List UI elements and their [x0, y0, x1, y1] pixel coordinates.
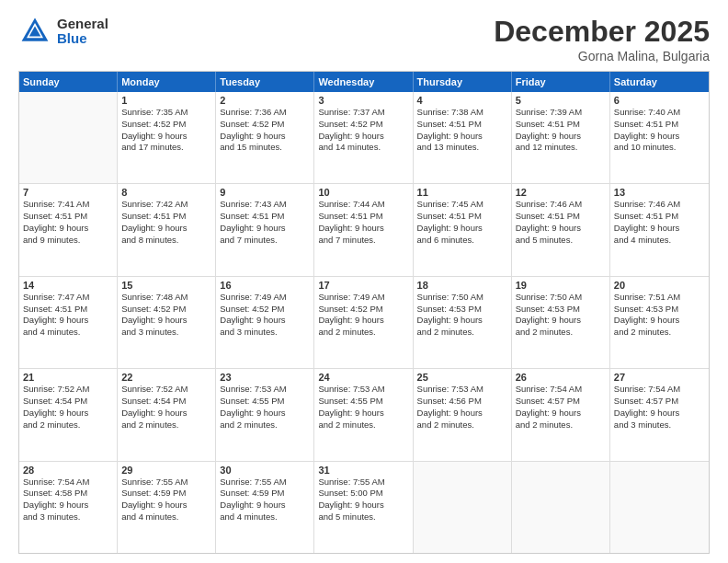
calendar-cell: 11Sunrise: 7:45 AMSunset: 4:51 PMDayligh…: [414, 184, 512, 275]
day-number: 16: [220, 280, 310, 291]
calendar: SundayMondayTuesdayWednesdayThursdayFrid…: [18, 71, 710, 554]
day-info: Sunrise: 7:39 AMSunset: 4:51 PMDaylight:…: [516, 107, 606, 154]
day-number: 31: [318, 465, 408, 476]
day-info: Sunrise: 7:55 AMSunset: 4:59 PMDaylight:…: [121, 477, 211, 523]
calendar-cell: 9Sunrise: 7:43 AMSunset: 4:51 PMDaylight…: [216, 184, 314, 275]
calendar-cell: 4Sunrise: 7:38 AMSunset: 4:51 PMDaylight…: [414, 92, 512, 183]
location-subtitle: Gorna Malina, Bulgaria: [494, 49, 710, 63]
day-info: Sunrise: 7:48 AMSunset: 4:52 PMDaylight:…: [121, 292, 211, 339]
day-number: 28: [23, 465, 113, 476]
logo: General Blue: [18, 15, 108, 48]
day-number: 22: [121, 372, 211, 383]
day-number: 24: [318, 372, 408, 383]
calendar-cell: 23Sunrise: 7:53 AMSunset: 4:55 PMDayligh…: [216, 369, 314, 460]
calendar-row-2: 14Sunrise: 7:47 AMSunset: 4:51 PMDayligh…: [19, 276, 709, 368]
day-number: 20: [614, 280, 705, 291]
day-info: Sunrise: 7:46 AMSunset: 4:51 PMDaylight:…: [516, 199, 606, 246]
day-info: Sunrise: 7:47 AMSunset: 4:51 PMDaylight:…: [23, 292, 113, 339]
calendar-cell: [610, 462, 709, 553]
day-number: 11: [417, 187, 507, 198]
day-number: 23: [220, 372, 310, 383]
header-cell-saturday: Saturday: [610, 72, 709, 92]
header-cell-friday: Friday: [512, 72, 610, 92]
logo-blue-text: Blue: [57, 31, 108, 47]
calendar-cell: 24Sunrise: 7:53 AMSunset: 4:55 PMDayligh…: [314, 369, 413, 460]
calendar-row-4: 28Sunrise: 7:54 AMSunset: 4:58 PMDayligh…: [19, 461, 709, 553]
day-info: Sunrise: 7:37 AMSunset: 4:52 PMDaylight:…: [318, 107, 408, 154]
header-cell-thursday: Thursday: [414, 72, 512, 92]
day-info: Sunrise: 7:53 AMSunset: 4:55 PMDaylight:…: [220, 384, 310, 431]
day-info: Sunrise: 7:43 AMSunset: 4:51 PMDaylight:…: [220, 199, 310, 246]
day-number: 3: [318, 95, 408, 106]
day-info: Sunrise: 7:53 AMSunset: 4:55 PMDaylight:…: [318, 384, 408, 431]
day-number: 19: [516, 280, 606, 291]
day-info: Sunrise: 7:54 AMSunset: 4:58 PMDaylight:…: [23, 477, 113, 523]
calendar-cell: 27Sunrise: 7:54 AMSunset: 4:57 PMDayligh…: [610, 369, 709, 460]
day-info: Sunrise: 7:52 AMSunset: 4:54 PMDaylight:…: [23, 384, 113, 431]
day-info: Sunrise: 7:50 AMSunset: 4:53 PMDaylight:…: [516, 292, 606, 339]
day-info: Sunrise: 7:52 AMSunset: 4:54 PMDaylight:…: [121, 384, 211, 431]
calendar-cell: 10Sunrise: 7:44 AMSunset: 4:51 PMDayligh…: [314, 184, 413, 275]
calendar-cell: 21Sunrise: 7:52 AMSunset: 4:54 PMDayligh…: [19, 369, 118, 460]
calendar-cell: 20Sunrise: 7:51 AMSunset: 4:53 PMDayligh…: [610, 277, 709, 368]
calendar-cell: 18Sunrise: 7:50 AMSunset: 4:53 PMDayligh…: [414, 277, 512, 368]
header-cell-sunday: Sunday: [19, 72, 118, 92]
day-number: 7: [23, 187, 113, 198]
calendar-cell: 12Sunrise: 7:46 AMSunset: 4:51 PMDayligh…: [512, 184, 610, 275]
top-section: General Blue December 2025 Gorna Malina,…: [18, 15, 710, 63]
month-title: December 2025: [494, 15, 710, 49]
calendar-cell: 16Sunrise: 7:49 AMSunset: 4:52 PMDayligh…: [216, 277, 314, 368]
calendar-cell: 31Sunrise: 7:55 AMSunset: 5:00 PMDayligh…: [314, 462, 413, 553]
calendar-body: 1Sunrise: 7:35 AMSunset: 4:52 PMDaylight…: [19, 92, 709, 553]
day-info: Sunrise: 7:44 AMSunset: 4:51 PMDaylight:…: [318, 199, 408, 246]
day-info: Sunrise: 7:38 AMSunset: 4:51 PMDaylight:…: [417, 107, 507, 154]
logo-text: General Blue: [57, 17, 108, 47]
day-info: Sunrise: 7:55 AMSunset: 5:00 PMDaylight:…: [318, 477, 408, 523]
day-info: Sunrise: 7:40 AMSunset: 4:51 PMDaylight:…: [614, 107, 705, 154]
day-info: Sunrise: 7:51 AMSunset: 4:53 PMDaylight:…: [614, 292, 705, 339]
day-number: 14: [23, 280, 113, 291]
header-cell-monday: Monday: [118, 72, 216, 92]
title-section: December 2025 Gorna Malina, Bulgaria: [494, 15, 710, 63]
day-info: Sunrise: 7:49 AMSunset: 4:52 PMDaylight:…: [318, 292, 408, 339]
calendar-cell: 13Sunrise: 7:46 AMSunset: 4:51 PMDayligh…: [610, 184, 709, 275]
calendar-cell: 29Sunrise: 7:55 AMSunset: 4:59 PMDayligh…: [118, 462, 216, 553]
calendar-cell: [414, 462, 512, 553]
calendar-cell: 25Sunrise: 7:53 AMSunset: 4:56 PMDayligh…: [414, 369, 512, 460]
calendar-header: SundayMondayTuesdayWednesdayThursdayFrid…: [19, 72, 709, 92]
calendar-cell: 5Sunrise: 7:39 AMSunset: 4:51 PMDaylight…: [512, 92, 610, 183]
calendar-cell: 8Sunrise: 7:42 AMSunset: 4:51 PMDaylight…: [118, 184, 216, 275]
calendar-cell: 28Sunrise: 7:54 AMSunset: 4:58 PMDayligh…: [19, 462, 118, 553]
day-number: 9: [220, 187, 310, 198]
day-number: 18: [417, 280, 507, 291]
day-info: Sunrise: 7:53 AMSunset: 4:56 PMDaylight:…: [417, 384, 507, 431]
day-number: 1: [121, 95, 211, 106]
day-info: Sunrise: 7:35 AMSunset: 4:52 PMDaylight:…: [121, 107, 211, 154]
calendar-cell: 2Sunrise: 7:36 AMSunset: 4:52 PMDaylight…: [216, 92, 314, 183]
day-info: Sunrise: 7:36 AMSunset: 4:52 PMDaylight:…: [220, 107, 310, 154]
day-number: 29: [121, 465, 211, 476]
day-number: 6: [614, 95, 705, 106]
day-number: 26: [516, 372, 606, 383]
day-number: 4: [417, 95, 507, 106]
calendar-row-0: 1Sunrise: 7:35 AMSunset: 4:52 PMDaylight…: [19, 92, 709, 183]
header-cell-tuesday: Tuesday: [216, 72, 314, 92]
day-info: Sunrise: 7:50 AMSunset: 4:53 PMDaylight:…: [417, 292, 507, 339]
day-number: 21: [23, 372, 113, 383]
calendar-cell: 19Sunrise: 7:50 AMSunset: 4:53 PMDayligh…: [512, 277, 610, 368]
day-number: 12: [516, 187, 606, 198]
day-info: Sunrise: 7:54 AMSunset: 4:57 PMDaylight:…: [516, 384, 606, 431]
logo-icon: [18, 15, 51, 48]
calendar-cell: 3Sunrise: 7:37 AMSunset: 4:52 PMDaylight…: [314, 92, 413, 183]
header-cell-wednesday: Wednesday: [314, 72, 413, 92]
calendar-cell: [19, 92, 118, 183]
day-info: Sunrise: 7:41 AMSunset: 4:51 PMDaylight:…: [23, 199, 113, 246]
calendar-row-3: 21Sunrise: 7:52 AMSunset: 4:54 PMDayligh…: [19, 368, 709, 460]
day-number: 30: [220, 465, 310, 476]
day-info: Sunrise: 7:55 AMSunset: 4:59 PMDaylight:…: [220, 477, 310, 523]
calendar-cell: 7Sunrise: 7:41 AMSunset: 4:51 PMDaylight…: [19, 184, 118, 275]
day-number: 17: [318, 280, 408, 291]
day-info: Sunrise: 7:54 AMSunset: 4:57 PMDaylight:…: [614, 384, 705, 431]
day-number: 8: [121, 187, 211, 198]
calendar-cell: 30Sunrise: 7:55 AMSunset: 4:59 PMDayligh…: [216, 462, 314, 553]
